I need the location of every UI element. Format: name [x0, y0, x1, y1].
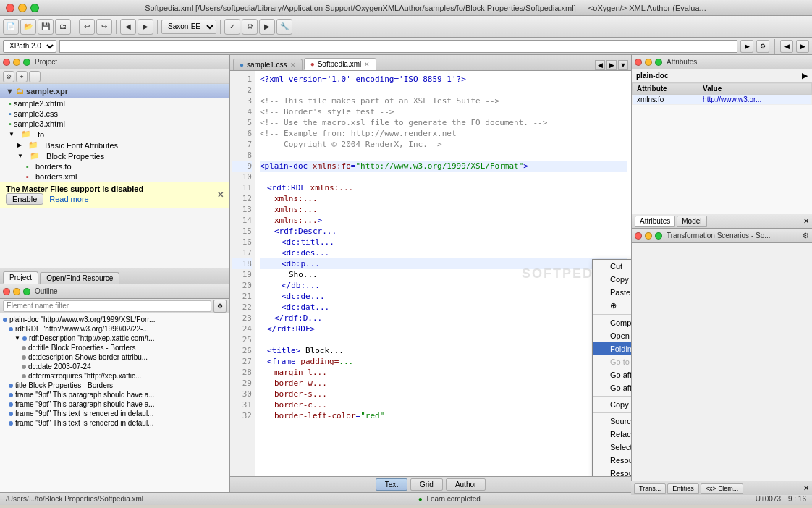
project-settings-button[interactable]: ⚙ [3, 71, 14, 82]
outline-item[interactable]: frame "9pt" This paragraph should have a… [0, 399, 229, 409]
outline-max[interactable] [23, 288, 30, 295]
run-button[interactable]: ▶ [259, 19, 275, 35]
transform-settings-button[interactable]: ⚙ [803, 232, 809, 240]
validate-button[interactable]: ✓ [224, 19, 240, 35]
menu-go-matching-tag[interactable]: Go to Matching Tag ^⌥G [593, 355, 631, 368]
menu-resource-hierarchy[interactable]: Resource Hierarchy F4 [593, 454, 631, 467]
outline-item[interactable]: frame "9pt" This text is rendered in def… [0, 409, 229, 418]
outline-item[interactable]: dcterms:requires "http://xep.xattic... [0, 371, 229, 381]
minimize-button[interactable] [18, 4, 27, 12]
element-filter-input[interactable] [3, 300, 211, 312]
entities-tab[interactable]: Entities [667, 483, 699, 494]
attr-min[interactable] [645, 59, 652, 66]
transform-min[interactable] [645, 232, 652, 240]
xpath-forward-button[interactable]: ▶ [796, 40, 809, 53]
open-button[interactable]: 📂 [20, 19, 36, 35]
outline-item[interactable]: plain-doc "http://www.w3.org/1999/XSL/Fo… [0, 315, 229, 324]
attr-max[interactable] [655, 59, 662, 66]
outline-item[interactable]: frame "9pt" This paragraph should have a… [0, 390, 229, 399]
xpath-input[interactable] [59, 40, 737, 53]
menu-refactoring[interactable]: Refactoring ▶ [593, 428, 631, 441]
enable-button[interactable]: Enable [6, 193, 43, 205]
tab-nav-menu[interactable]: ▼ [618, 60, 628, 70]
attr-row[interactable]: xmlns:fo http://www.w3.or... [633, 95, 812, 105]
project-tab[interactable]: Project [3, 271, 38, 284]
editor-tab-softpedia[interactable]: ● Softpedia.xml ✕ [304, 58, 377, 70]
grid-tab[interactable]: Grid [410, 478, 443, 491]
outline-close[interactable] [3, 288, 10, 295]
tree-item-borders-fo[interactable]: ▪ borders.fo [0, 161, 229, 172]
transform-select[interactable]: Saxon-EE [161, 20, 216, 34]
tree-item-block-props[interactable]: ▼ 📁 Block Properties [0, 151, 229, 161]
outline-item[interactable]: ▼ rdf:Description "http://xep.xattic.com… [0, 334, 229, 343]
menu-select[interactable]: Select ▶ [593, 441, 631, 454]
tree-item-basic-font[interactable]: ▶ 📁 Basic Font Attributes [0, 140, 229, 151]
attr-close[interactable] [635, 59, 642, 66]
tab-nav-left[interactable]: ◀ [595, 60, 605, 70]
right-bottom-close[interactable]: ✕ [803, 484, 809, 492]
xpath-back-button[interactable]: ◀ [780, 40, 793, 53]
master-files-close[interactable]: ✕ [217, 190, 224, 200]
tree-item-sample3-xhtml[interactable]: ▪ sample3.xhtml [0, 119, 229, 129]
debug-button[interactable]: 🔧 [276, 19, 292, 35]
save-button[interactable]: 💾 [38, 19, 54, 35]
author-tab[interactable]: Author [446, 478, 486, 491]
editor-tab-sample1[interactable]: ● sample1.css ✕ [233, 59, 303, 70]
menu-toggle-comment[interactable]: ⊕ Toggle Comment ⇧⌘, [593, 299, 631, 313]
forward-button[interactable]: ▶ [138, 19, 153, 35]
text-tab[interactable]: Text [376, 478, 407, 491]
outline-item[interactable]: dc:date 2003-07-24 [0, 362, 229, 371]
menu-compare[interactable]: Compare... [593, 316, 631, 329]
menu-resource-deps[interactable]: Resource Dependencies ⇧F4 [593, 467, 631, 476]
tree-item-fo[interactable]: ▼ 📁 fo [0, 129, 229, 140]
menu-copy[interactable]: Copy ⌘C [593, 273, 631, 286]
tab-close-button[interactable]: ✕ [364, 61, 370, 68]
close-button[interactable] [6, 4, 14, 12]
transform-max[interactable] [655, 232, 662, 240]
outline-item[interactable]: dc:title Block Properties - Borders [0, 343, 229, 352]
project-panel-close[interactable] [3, 59, 10, 66]
project-expand-button[interactable]: + [16, 71, 28, 82]
panel-close-button[interactable]: ✕ [803, 217, 809, 225]
read-more-link[interactable]: Read more [49, 195, 88, 203]
tree-item-sample3-css[interactable]: ▪ sample3.css [0, 109, 229, 119]
project-panel-min[interactable] [13, 59, 20, 66]
outline-settings-button[interactable]: ⚙ [213, 300, 227, 313]
transform-close[interactable] [635, 232, 642, 240]
trans-tab[interactable]: Trans... [634, 483, 666, 494]
menu-go-prev-tag[interactable]: Go after Previous Tag ⌘[ [593, 381, 631, 394]
menu-cut[interactable]: Cut ⌘X [593, 260, 631, 273]
check-button[interactable]: ⚙ [242, 19, 258, 35]
outline-item[interactable]: rdf:RDF "http://www.w3.org/1999/02/22-..… [0, 324, 229, 334]
new-button[interactable]: 📄 [3, 19, 19, 35]
code-editor[interactable]: 12345 678 9 1011121314 151617 18 1920212… [230, 71, 631, 476]
redo-button[interactable]: ↪ [96, 19, 112, 35]
find-resource-tab[interactable]: Open/Find Resource [40, 272, 119, 284]
model-tab[interactable]: Model [677, 216, 706, 227]
tab-nav-right[interactable]: ▶ [606, 60, 617, 70]
tree-item-borders-xml[interactable]: ▪ borders.xml [0, 172, 229, 182]
project-panel-max[interactable] [23, 59, 30, 66]
outline-item[interactable]: title Block Properties - Borders [0, 381, 229, 390]
xpath-execute-button[interactable]: ▶ [740, 40, 753, 53]
xpath-settings-button[interactable]: ⚙ [756, 40, 769, 53]
menu-go-next-tag[interactable]: Go after Next Tag ⌘] [593, 368, 631, 381]
menu-source[interactable]: Source ▶ [593, 415, 631, 428]
project-collapse-button[interactable]: - [29, 71, 41, 82]
menu-open[interactable]: Open ▶ [593, 329, 631, 342]
menu-copy-xpath[interactable]: Copy XPath [593, 398, 631, 411]
tab-close-button[interactable]: ✕ [290, 62, 296, 69]
attributes-tab[interactable]: Attributes [635, 216, 675, 227]
save-all-button[interactable]: 🗂 [55, 19, 71, 35]
elem-tab[interactable]: <x> Elem... [701, 483, 744, 494]
menu-paste[interactable]: Paste ⌘V [593, 286, 631, 299]
back-button[interactable]: ◀ [120, 19, 136, 35]
undo-button[interactable]: ↩ [79, 19, 95, 35]
menu-folding[interactable]: Folding ▶ [593, 342, 631, 355]
maximize-button[interactable] [30, 4, 39, 12]
outline-item[interactable]: dc:description Shows border attribu... [0, 352, 229, 362]
outline-item[interactable]: frame "9pt" This text is rendered in def… [0, 418, 229, 428]
xpath-version-select[interactable]: XPath 2.0 [3, 40, 56, 53]
outline-min[interactable] [13, 288, 20, 295]
project-root[interactable]: ▼ 🗂 sample.xpr [0, 84, 229, 98]
